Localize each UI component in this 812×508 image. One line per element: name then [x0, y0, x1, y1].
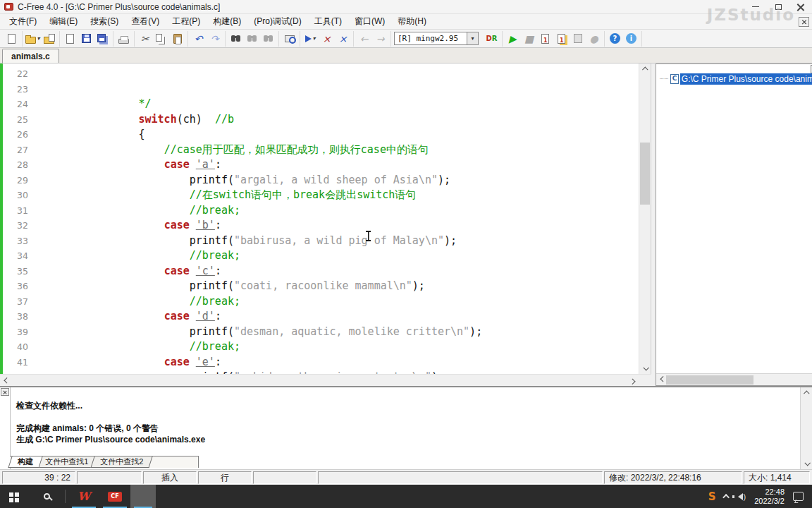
- reopen-file-icon[interactable]: [41, 31, 57, 47]
- taskbar-wps-button[interactable]: W: [68, 485, 99, 508]
- scroll-right-arrow-icon[interactable]: [627, 375, 639, 387]
- undo-icon[interactable]: ↶: [190, 31, 207, 47]
- scroll-down-arrow-icon[interactable]: [639, 363, 651, 374]
- menu-item-4[interactable]: 工程(P): [166, 14, 207, 29]
- compile-icon[interactable]: [537, 31, 553, 47]
- start-button[interactable]: [0, 485, 31, 508]
- output-vertical-scrollbar[interactable]: [800, 387, 812, 469]
- paste-icon[interactable]: [169, 31, 185, 47]
- code-line[interactable]: 30 //在switch语句中，break会跳出switch语句: [3, 188, 639, 203]
- code-line[interactable]: 38 case 'd':: [3, 309, 639, 325]
- code-line[interactable]: 22: [3, 66, 639, 82]
- code-line[interactable]: 32 case 'b':: [3, 218, 639, 234]
- dropdown-arrow-icon[interactable]: ▾: [312, 35, 315, 42]
- run-icon[interactable]: ▶: [505, 31, 521, 47]
- forward-icon[interactable]: →: [372, 31, 388, 47]
- code-line[interactable]: 29 printf("argali, a wild sheep of Asia\…: [3, 173, 639, 188]
- code-line[interactable]: 28 case 'a':: [3, 157, 639, 173]
- debug-release-toggle-icon[interactable]: [484, 31, 500, 47]
- output-tab-2[interactable]: 文件中查找2: [91, 456, 153, 468]
- menu-item-2[interactable]: 搜索(S): [84, 14, 125, 29]
- output-close-button[interactable]: [1, 388, 9, 396]
- editor-vertical-scrollbar[interactable]: [639, 64, 651, 374]
- editor-horizontal-scrollbar[interactable]: [0, 374, 651, 386]
- code-line[interactable]: 40 //break;: [3, 339, 639, 355]
- code-line[interactable]: 41 case 'e':: [3, 355, 639, 370]
- code-editor[interactable]: 222324 */25 switch(ch) //b26 {27 //case用…: [3, 64, 639, 374]
- tab-animals-c[interactable]: animals.c: [2, 49, 59, 63]
- scroll-up-arrow-icon[interactable]: [801, 387, 812, 399]
- minimize-button[interactable]: [744, 0, 767, 13]
- save-all-icon[interactable]: [94, 31, 111, 47]
- menu-item-1[interactable]: 编辑(E): [43, 14, 84, 29]
- about-icon[interactable]: i: [623, 31, 639, 47]
- code-line[interactable]: 34 //break;: [3, 248, 639, 264]
- taskbar-cfree-button[interactable]: CF: [99, 485, 130, 508]
- code-line[interactable]: 27 //case用于匹配，如果匹配成功，则执行case中的语句: [3, 143, 639, 158]
- find-prev-icon[interactable]: [260, 31, 276, 47]
- code-line[interactable]: 26 {: [3, 127, 639, 143]
- save-icon[interactable]: [78, 31, 94, 47]
- menu-item-9[interactable]: 帮助(H): [391, 14, 433, 29]
- clock-date: 2022/3/2: [754, 497, 785, 506]
- scroll-right-arrow-icon[interactable]: [808, 374, 812, 385]
- code-line[interactable]: 36 printf("coati, racoonlike mammal\n");: [3, 279, 639, 294]
- output-tab-1[interactable]: 文件中查找1: [35, 456, 97, 468]
- panel-horizontal-scrollbar[interactable]: [656, 373, 812, 385]
- menu-item-8[interactable]: 窗口(W): [348, 14, 391, 29]
- dropdown-arrow-icon[interactable]: ▾: [37, 35, 39, 42]
- scroll-left-arrow-icon[interactable]: [0, 375, 12, 387]
- print-icon[interactable]: [116, 31, 132, 47]
- scrollbar-thumb[interactable]: [666, 375, 753, 385]
- taskbar-search-button[interactable]: [31, 485, 62, 508]
- toggle-bookmark-icon[interactable]: ×: [319, 31, 335, 47]
- code-line[interactable]: 33 printf("babirusa, a wild pig of Malay…: [3, 234, 639, 249]
- code-line[interactable]: 37 //break;: [3, 294, 639, 310]
- find-next-icon[interactable]: [244, 31, 260, 47]
- output-tab-0[interactable]: 构建: [8, 456, 42, 468]
- action-center-icon[interactable]: [793, 492, 804, 501]
- bookmark-icon[interactable]: ▾: [302, 31, 319, 47]
- scroll-up-arrow-icon[interactable]: [639, 64, 651, 75]
- code-line[interactable]: 25 switch(ch) //b: [3, 112, 639, 128]
- clear-bookmarks-icon[interactable]: ×: [335, 31, 351, 47]
- back-icon[interactable]: ←: [356, 31, 372, 47]
- build-all-icon[interactable]: ●: [586, 31, 602, 47]
- help-icon[interactable]: ?: [607, 31, 623, 47]
- tray-expand-chevron-icon[interactable]: [722, 494, 730, 501]
- code-line[interactable]: 35 case 'c':: [3, 264, 639, 279]
- menu-item-3[interactable]: 查看(V): [125, 14, 166, 29]
- find-icon[interactable]: [228, 31, 244, 47]
- open-file-icon[interactable]: ▾: [25, 31, 41, 47]
- taskbar-clock[interactable]: 22:48 2022/3/2: [754, 488, 785, 506]
- code-line[interactable]: 31 //break;: [3, 203, 639, 219]
- rebuild-icon[interactable]: [570, 31, 586, 47]
- code-line[interactable]: 39 printf("desman, aquatic, molelike cri…: [3, 325, 639, 340]
- child-window-close-button[interactable]: [799, 17, 809, 27]
- copy-icon[interactable]: [153, 31, 169, 47]
- menu-item-7[interactable]: 工具(T): [308, 14, 348, 29]
- menu-item-0[interactable]: 文件(F): [3, 14, 43, 29]
- windows-taskbar: W CF S ) 22:48 2022/3/2: [0, 485, 812, 508]
- taskbar-active-window-button[interactable]: [130, 485, 156, 508]
- build-icon[interactable]: [553, 31, 570, 47]
- sogou-tray-icon[interactable]: S: [708, 490, 716, 503]
- redo-icon[interactable]: ↷: [207, 31, 223, 47]
- volume-icon[interactable]: ): [738, 492, 746, 501]
- restore-button[interactable]: [767, 0, 789, 13]
- menu-item-5[interactable]: 构建(B): [207, 14, 247, 29]
- code-line[interactable]: 24 */: [3, 97, 639, 112]
- compiler-select[interactable]: [R] mingw2.95▾: [394, 32, 479, 45]
- chevron-down-icon[interactable]: ▾: [467, 32, 479, 45]
- cut-icon[interactable]: ✂: [137, 31, 153, 47]
- code-line[interactable]: 23: [3, 82, 639, 97]
- scroll-down-arrow-icon[interactable]: [801, 458, 812, 469]
- stop-icon[interactable]: ■: [521, 31, 537, 47]
- tree-item-selected[interactable]: ┄┄ G:\C Primer Plus\source code\anima: [656, 73, 812, 85]
- menu-item-6[interactable]: (Pro)调试(D): [247, 14, 307, 29]
- new-project-icon[interactable]: [62, 31, 78, 47]
- scrollbar-thumb[interactable]: [640, 143, 650, 205]
- new-file-icon[interactable]: [4, 31, 20, 47]
- close-button[interactable]: [789, 0, 812, 13]
- find-in-files-icon[interactable]: [281, 31, 297, 47]
